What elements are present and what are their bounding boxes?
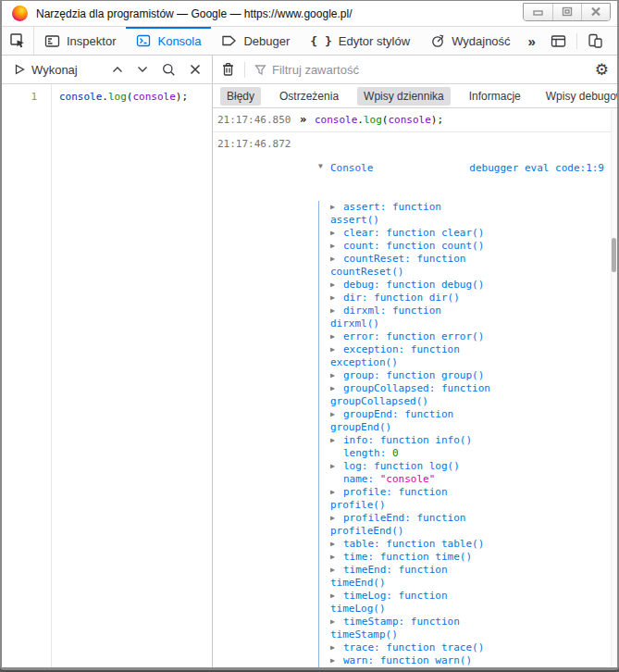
split-console-icon[interactable] [543, 34, 574, 48]
filter-chip-wpisy-debugowania[interactable]: Wpisy debugowania [539, 87, 617, 106]
expand-twisty-icon[interactable]: ▶ [330, 369, 343, 382]
expand-twisty-icon[interactable]: ▶ [330, 486, 343, 499]
tree-line: countReset() [319, 266, 617, 279]
code-token: ; [181, 91, 188, 103]
message-icon-column [291, 132, 315, 137]
expand-twisty-icon[interactable]: ▶ [330, 434, 343, 447]
code-token: "console" [380, 473, 436, 485]
editor-toolbar-icons [112, 63, 201, 77]
object-result-body: ▼ Console debugger eval code:1:9 ▶assert… [315, 132, 617, 667]
editor-code-line[interactable]: console.log(console); [52, 84, 212, 667]
filter-chip-b-dy[interactable]: Błędy [220, 87, 261, 106]
settings-gear-icon[interactable]: ⚙ [595, 62, 609, 78]
code-token: assert() [330, 214, 379, 226]
expand-twisty-icon[interactable]: ▶ [330, 292, 343, 305]
expand-twisty-icon[interactable]: ▶ [330, 641, 343, 654]
minimize-button[interactable] [524, 4, 552, 20]
object-property-tree: ▶assert: functionassert()▶clear: functio… [318, 201, 617, 667]
expand-twisty-icon[interactable]: ▶ [330, 538, 343, 551]
tab-konsola[interactable]: Konsola [126, 27, 211, 55]
code-token: profile: function [343, 486, 448, 498]
more-tabs-button[interactable]: » [521, 27, 543, 55]
code-token: dirxml: function [343, 305, 441, 317]
expand-twisty-icon[interactable]: ▶ [330, 564, 343, 577]
code-token: countReset() [330, 266, 403, 278]
code-token: exception() [330, 356, 398, 368]
filter-chip-wpisy-dziennika[interactable]: Wpisy dziennika [357, 87, 451, 106]
filter-chip-informacje[interactable]: Informacje [463, 87, 527, 106]
expand-twisty-icon[interactable]: ▶ [330, 305, 343, 317]
expand-twisty-icon[interactable]: ▶ [330, 201, 343, 214]
code-token: trace: function trace() [343, 641, 484, 653]
tree-line: ▶dirxml: function [319, 305, 617, 317]
tab-wydajno-[interactable]: Wydajność [420, 27, 520, 55]
code-token: error: function error() [343, 330, 484, 342]
close-editor-icon[interactable] [190, 64, 201, 75]
code-token: timeLog() [330, 603, 386, 615]
window-title: Narzędzia dla programistów — Google — ht… [36, 7, 353, 20]
tab-inspektor[interactable]: Inspektor [34, 27, 126, 55]
expand-twisty-icon[interactable]: ▶ [330, 408, 343, 421]
tree-line: exception() [319, 356, 617, 369]
expand-twisty-icon[interactable]: ▶ [330, 279, 343, 292]
next-expression-icon[interactable] [137, 66, 148, 73]
expand-twisty-icon[interactable]: ▶ [330, 227, 343, 240]
pretty-print-icon[interactable] [162, 63, 176, 77]
expand-twisty-icon[interactable]: ▶ [330, 512, 343, 525]
code-token: timeLog: function [343, 590, 448, 602]
title-bar: Narzędzia dla programistów — Google — ht… [2, 1, 617, 27]
tab-edytor-styl-w[interactable]: { }Edytor stylów [300, 27, 420, 55]
previous-expression-icon[interactable] [112, 66, 123, 73]
frame-location-link[interactable]: debugger eval code:1:9 [469, 162, 617, 174]
console-icon [136, 34, 151, 47]
expand-twisty-icon[interactable]: ▶ [330, 551, 343, 564]
expand-twisty-icon[interactable]: ▶ [330, 460, 343, 473]
responsive-mode-icon[interactable] [580, 33, 611, 48]
tab-label: Inspektor [67, 34, 116, 48]
restore-button[interactable] [552, 4, 581, 20]
expand-twisty-icon[interactable]: ▶ [330, 240, 343, 253]
tree-line: ▶assert: function [319, 201, 617, 214]
code-token: profile() [330, 499, 386, 511]
expand-twisty-icon[interactable]: ▶ [330, 382, 343, 395]
code-token: . [357, 114, 364, 126]
expand-twisty-icon[interactable]: ▶ [330, 654, 343, 667]
code-token: assert: function [343, 201, 441, 213]
expand-twisty-icon[interactable]: ▶ [330, 616, 343, 628]
performance-icon [430, 33, 445, 48]
tree-line: ▶groupEnd: function [319, 408, 617, 421]
object-class-name[interactable]: Console [330, 162, 373, 174]
tab-debuger[interactable]: Debuger [211, 27, 300, 55]
expand-twisty-icon[interactable]: ▶ [330, 590, 343, 603]
expand-twisty-icon[interactable]: ▶ [330, 253, 343, 266]
firefox-icon [12, 6, 28, 21]
run-button[interactable]: Wykonaj [15, 63, 78, 77]
tab-label: Debuger [243, 34, 290, 48]
play-icon [15, 64, 25, 75]
menu-icon[interactable]: ••• [611, 34, 617, 48]
run-label: Wykonaj [31, 63, 78, 77]
code-token: dirxml() [330, 317, 379, 330]
filter-field [254, 63, 588, 77]
clear-console-icon[interactable] [221, 62, 235, 77]
expand-twisty-icon[interactable]: ▶ [330, 343, 343, 356]
scrollbar-thumb[interactable] [612, 238, 616, 272]
tree-line: ▶table: function table() [319, 538, 617, 551]
editor-pane[interactable]: 1 console.log(console); [2, 84, 213, 667]
code-token: info: function info() [343, 434, 472, 446]
tree-line: ▶warn: function warn() [319, 654, 617, 667]
tree-line: dirxml() [319, 317, 617, 330]
echoed-code: console.log(console); [315, 108, 617, 126]
scrollbar-track[interactable] [611, 108, 617, 667]
close-button[interactable] [581, 4, 610, 20]
filter-chip-ostrze-enia[interactable]: Ostrzeżenia [273, 87, 345, 106]
tree-line: assert() [319, 214, 617, 227]
separator [576, 33, 577, 49]
expand-twisty-icon[interactable]: ▶ [330, 330, 343, 343]
collapse-twisty-icon[interactable]: ▼ [318, 162, 330, 170]
pick-element-button[interactable] [2, 27, 34, 55]
code-token: timeEnd() [330, 577, 386, 589]
code-token: dir: function dir() [343, 292, 460, 304]
tree-line: timeLog() [319, 603, 617, 616]
filter-input[interactable] [272, 63, 588, 77]
